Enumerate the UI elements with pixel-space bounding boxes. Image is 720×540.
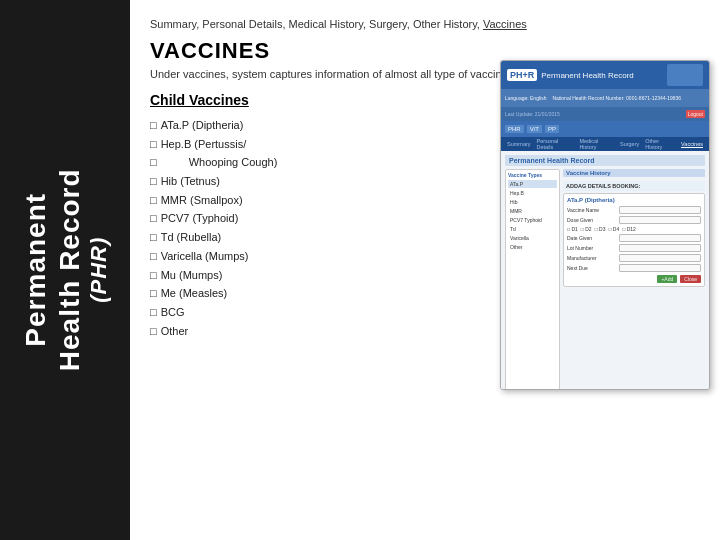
phr-input-date[interactable] [619,234,701,242]
phr-vaccine-types: Vaccine Types ATa.P Hep.B Hib MMR PCV7 T… [505,169,560,390]
phr-type-mmr[interactable]: MMR [508,207,557,215]
vaccine-label: Hib (Tetnus) [161,172,220,191]
phr-field-date: Date Given [567,234,701,242]
sidebar-title: Permanent Health Record (PHR) [18,169,112,372]
vaccine-label: Hep.B (Pertussis/ [161,135,247,154]
phr-checkbox-d4[interactable]: □ D4 [608,226,619,232]
phr-field-manufacturer: Manufacturer [567,254,701,262]
phr-form-area: Vaccine History ADDAG DETAILS BOOKING: A… [563,169,705,390]
phr-add-details-title: ADDAG DETAILS BOOKING: [563,181,705,191]
phr-vaccine-history-label: Vaccine History [563,169,705,177]
sidebar: Permanent Health Record (PHR) [0,0,130,540]
phr-label-mfr: Manufacturer [567,255,617,261]
phr-last-update: Last Update: 21/01/2015 [505,111,560,117]
phr-record-num: National Health Record Number: 0001-8671… [552,95,681,101]
breadcrumb: Summary, Personal Details, Medical Histo… [150,18,700,30]
phr-label-dose: Dose Given [567,217,617,223]
phr-subnav-summary[interactable]: Summary [505,140,533,148]
breadcrumb-personal: Personal Details, [202,18,288,30]
phr-info-text: Language: English [505,95,546,101]
vaccine-label-indented: Whooping Cough) [189,153,278,172]
phr-nav-phr[interactable]: PHR [505,125,524,133]
phr-body-inner: Vaccine Types ATa.P Hep.B Hib MMR PCV7 T… [505,169,705,390]
phr-checkbox-d1[interactable]: □ D1 [567,226,578,232]
main-content: Summary, Personal Details, Medical Histo… [130,0,720,540]
phr-checkbox-d12[interactable]: □ D12 [622,226,636,232]
phr-type-header: Vaccine Types [508,172,557,178]
phr-subnav-surgery[interactable]: Surgery [618,140,641,148]
phr-type-other[interactable]: Other [508,243,557,251]
phr-header-text: Permanent Health Record [541,71,634,80]
vaccine-label: Varicella (Mumps) [161,247,249,266]
breadcrumb-vaccines: Vaccines [483,18,527,30]
phr-subnav-other[interactable]: Other History [643,137,677,151]
vaccine-label: Me (Measles) [161,284,228,303]
phr-body: Permanent Health Record Vaccine Types AT… [501,151,709,390]
phr-type-varicella[interactable]: Varicella [508,234,557,242]
phr-type-hib[interactable]: Hib [508,198,557,206]
phr-type-pcv7[interactable]: PCV7 Typhoid [508,216,557,224]
phr-type-atap[interactable]: ATa.P [508,180,557,188]
phr-label-vaccine: Vaccine Name [567,207,617,213]
phr-input-mfr[interactable] [619,254,701,262]
phr-label-date: Date Given [567,235,617,241]
phr-checkbox-d3[interactable]: □ D3 [595,226,606,232]
phr-add-button[interactable]: +Add [657,275,677,283]
phr-record-bar: Last Update: 21/01/2015 Logout [501,107,709,121]
phr-subnav-medical[interactable]: Medical History [577,137,616,151]
phr-label-lot: Lot Number [567,245,617,251]
phr-nav-vt[interactable]: V/T [527,125,542,133]
vaccine-label: BCG [161,303,185,322]
phr-nav: PHR V/T PP [501,121,709,137]
vaccine-label: ATa.P (Diptheria) [161,116,244,135]
vaccine-label: Td (Rubella) [161,228,222,247]
phr-type-td[interactable]: Td [508,225,557,233]
phr-input-lot[interactable] [619,244,701,252]
breadcrumb-summary: Summary, [150,18,202,30]
phr-label-next: Next Due [567,265,617,271]
vaccine-label: Other [161,322,189,341]
phr-input-vaccine[interactable] [619,206,701,214]
phr-field-lot: Lot Number [567,244,701,252]
phr-checkboxes: □ D1 □ D2 □ D3 □ D4 □ D12 [567,226,701,232]
phr-logout-btn[interactable]: Logout [686,110,705,118]
phr-screenshot: PH+R Permanent Health Record Language: E… [500,60,710,390]
phr-input-dose[interactable] [619,216,701,224]
phr-header-image [667,64,703,86]
breadcrumb-other: Other History, [413,18,483,30]
phr-type-hepb[interactable]: Hep.B [508,189,557,197]
phr-action-icons: Logout [686,110,705,118]
phr-body-title: Permanent Health Record [505,155,705,166]
phr-header: PH+R Permanent Health Record [501,61,709,89]
phr-checkbox-d2[interactable]: □ D2 [581,226,592,232]
phr-close-button[interactable]: Close [680,275,701,283]
phr-subnav-vaccines[interactable]: Vaccines [679,140,705,148]
phr-input-next[interactable] [619,264,701,272]
vaccine-label: Mu (Mumps) [161,266,223,285]
phr-form-title: ATa.P (Diptheria) [567,197,701,203]
phr-form-buttons: +Add Close [567,275,701,283]
phr-logo: PH+R [507,69,537,81]
phr-nav-pp[interactable]: PP [545,125,559,133]
phr-field-vaccine-name: Vaccine Name [567,206,701,214]
phr-field-dose: Dose Given [567,216,701,224]
breadcrumb-surgery: Surgery, [369,18,413,30]
phr-info-bar: Language: English National Health Record… [501,89,709,107]
vaccine-label: PCV7 (Typhoid) [161,209,239,228]
breadcrumb-medical: Medical History, [289,18,369,30]
phr-form: ATa.P (Diptheria) Vaccine Name Dose Give… [563,193,705,287]
phr-field-next: Next Due [567,264,701,272]
phr-subnav: Summary Personal Details Medical History… [501,137,709,151]
phr-subnav-personal[interactable]: Personal Details [535,137,576,151]
vaccine-label: MMR (Smallpox) [161,191,243,210]
